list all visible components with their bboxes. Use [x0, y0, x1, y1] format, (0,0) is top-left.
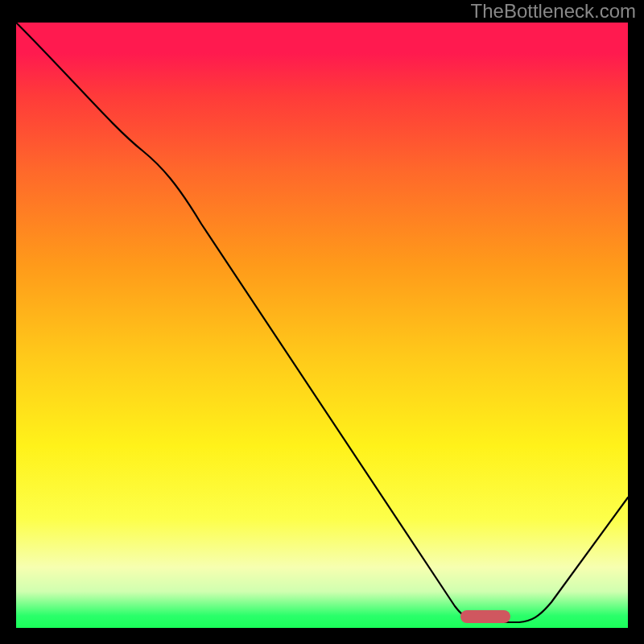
curve-path: [16, 23, 628, 622]
bottleneck-curve: [16, 23, 628, 628]
attribution-text: TheBottleneck.com: [471, 0, 636, 23]
optimal-range-marker: [460, 610, 510, 623]
chart-plot-area: [16, 23, 628, 628]
